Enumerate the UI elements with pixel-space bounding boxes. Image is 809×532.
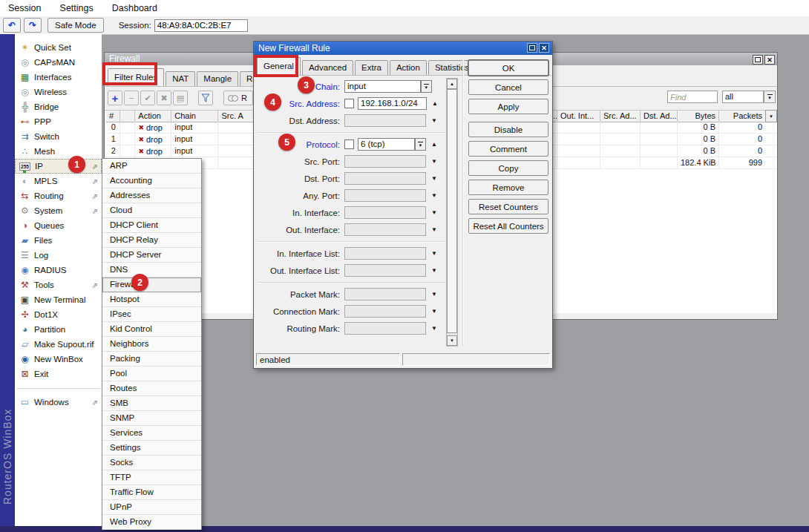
expand-arrow-icon[interactable]: ▼ [431, 250, 439, 257]
remove-rule-button[interactable]: − [124, 91, 139, 105]
dropdown-button[interactable]: ▼ [415, 138, 426, 151]
menu-session[interactable]: Session [0, 3, 49, 13]
column-header-src-address[interactable]: Src. A [218, 111, 256, 122]
disable-rule-button[interactable]: ✖ [157, 91, 171, 105]
ip-submenu-hotspot[interactable]: Hotspot [102, 292, 201, 307]
sidebar-item-capsman[interactable]: ◎ CAPsMAN ⇗ [15, 55, 102, 70]
ip-submenu-services[interactable]: Services [102, 426, 201, 441]
sidebar-item-switch[interactable]: ⇉ Switch ⇗ [15, 129, 102, 144]
redo-button[interactable]: ↷ [24, 18, 42, 33]
table-row[interactable]: 0 B 0 [548, 122, 777, 134]
sidebar-item-make-supout[interactable]: ▱ Make Supout.rif ⇗ [15, 337, 102, 352]
ip-submenu-settings[interactable]: Settings [102, 441, 201, 456]
table-row[interactable]: 182.4 KiB 999 [548, 157, 777, 169]
ip-submenu-smb[interactable]: SMB [102, 396, 201, 411]
ip-submenu-dhcp-client[interactable]: DHCP Client [102, 218, 201, 233]
sidebar-item-new-terminal[interactable]: ▣ New Terminal ⇗ [15, 292, 102, 307]
field-input[interactable] [344, 155, 426, 168]
table-row[interactable]: 2 ✖drop input [106, 145, 256, 157]
apply-button[interactable]: Apply [468, 99, 548, 114]
disable-button[interactable]: Disable [468, 122, 548, 137]
ip-submenu-dhcp-server[interactable]: DHCP Server [102, 248, 201, 263]
column-header-chain[interactable]: Chain [171, 111, 218, 122]
enable-rule-button[interactable]: ✔ [140, 91, 155, 105]
sidebar-item-partition[interactable]: ◕ Partition ⇗ [15, 322, 102, 337]
field-input[interactable] [344, 172, 426, 185]
menu-dashboard[interactable]: Dashboard [104, 3, 166, 13]
sidebar-item-routing[interactable]: ⇆ Routing ⇗ [15, 188, 102, 203]
table-row[interactable]: 0 B 0 [548, 145, 777, 157]
dialog-scrollbar[interactable]: ▲ ▼ [446, 78, 458, 347]
column-header-packets[interactable]: Packets [719, 111, 765, 122]
field-input[interactable] [344, 206, 426, 219]
ip-submenu-packing[interactable]: Packing [102, 352, 201, 367]
field-checkbox[interactable] [344, 139, 354, 149]
field-input[interactable] [344, 288, 426, 301]
comment-button[interactable]: Comment [468, 141, 548, 157]
maximize-button[interactable] [527, 43, 537, 53]
column-header-bytes[interactable]: Bytes [678, 111, 719, 122]
field-input[interactable]: 192.168.1.0/24 [358, 97, 427, 110]
field-input[interactable]: 6 (tcp) [358, 138, 415, 151]
sidebar-item-files[interactable]: ▰ Files ⇗ [15, 233, 102, 248]
ip-submenu-tftp[interactable]: TFTP [102, 470, 201, 485]
column-header-out-interface[interactable]: Out. Int... [557, 111, 600, 122]
ip-submenu-snmp[interactable]: SNMP [102, 411, 201, 426]
ip-submenu-dns[interactable]: DNS [102, 263, 201, 278]
field-input[interactable] [344, 247, 426, 260]
comment-rule-button[interactable]: ▤ [173, 91, 188, 105]
sidebar-item-mesh[interactable]: ∴ Mesh ⇗ [15, 144, 102, 159]
sidebar-item-quick-set[interactable]: ✶ Quick Set ⇗ [15, 40, 102, 55]
sidebar-item-queues[interactable]: ◑ Queues ⇗ [15, 218, 102, 233]
field-input[interactable] [344, 305, 426, 318]
ip-submenu-arp[interactable]: ARP [102, 159, 201, 174]
ok-button[interactable]: OK [468, 60, 548, 76]
sidebar-item-interfaces[interactable]: ▦ Interfaces ⇗ [15, 70, 102, 85]
add-rule-button[interactable]: + [108, 91, 122, 105]
sidebar-item-windows[interactable]: ▭ Windows ⇗ [15, 395, 102, 410]
column-chooser-button[interactable]: ▼ [765, 110, 777, 122]
sidebar-item-log[interactable]: ☰ Log ⇗ [15, 248, 102, 263]
scroll-up-button[interactable]: ▲ [447, 79, 457, 89]
dropdown-button[interactable]: ▼ [421, 80, 432, 93]
ip-submenu-ipsec[interactable]: IPsec [102, 307, 201, 322]
menu-settings[interactable]: Settings [52, 3, 102, 13]
expand-arrow-icon[interactable]: ▼ [431, 192, 439, 199]
sidebar-item-wireless[interactable]: ◎ Wireless ⇗ [15, 85, 102, 99]
reset-counters-button[interactable]: Reset Counters [468, 199, 548, 214]
remove-button[interactable]: Remove [468, 180, 548, 195]
sidebar-item-new-winbox[interactable]: ◉ New WinBox ⇗ [15, 352, 102, 367]
column-header-flags[interactable] [120, 111, 136, 122]
expand-arrow-icon[interactable]: ▼ [431, 308, 439, 315]
find-input[interactable] [667, 91, 718, 103]
expand-arrow-icon[interactable]: ▼ [431, 291, 439, 298]
sidebar-item-mpls[interactable]: ◐ MPLS ⇗ [15, 174, 102, 188]
expand-arrow-icon[interactable]: ▼ [431, 325, 439, 332]
column-header-dst-address-list[interactable]: Dst. Ad... [641, 111, 678, 122]
expand-arrow-icon[interactable]: ▼ [431, 267, 439, 274]
ip-submenu-routes[interactable]: Routes [102, 381, 201, 396]
filter-button[interactable] [198, 91, 213, 105]
expand-arrow-icon[interactable]: ▼ [431, 158, 439, 165]
ip-submenu-neighbors[interactable]: Neighbors [102, 337, 201, 352]
scrollbar-thumb[interactable] [447, 89, 457, 333]
expand-arrow-icon[interactable]: ▼ [431, 226, 439, 233]
ip-submenu-firewall[interactable]: Firewall [102, 278, 201, 292]
ip-submenu-dhcp-relay[interactable]: DHCP Relay [102, 233, 201, 248]
sidebar-item-dot1x[interactable]: ✣ Dot1X ⇗ [15, 307, 102, 322]
sidebar-item-tools[interactable]: ⚒ Tools ⇗ [15, 278, 102, 292]
tab-mangle[interactable]: Mangle [197, 71, 238, 86]
copy-button[interactable]: Copy [468, 160, 548, 176]
field-input[interactable] [344, 322, 426, 335]
ip-submenu-cloud[interactable]: Cloud [102, 203, 201, 218]
session-input[interactable] [154, 19, 248, 32]
reset-all-counters-button[interactable]: Reset All Counters [468, 218, 548, 234]
dialog-tab-advanced[interactable]: Advanced [302, 60, 353, 75]
field-input[interactable] [344, 264, 426, 277]
column-header-number[interactable]: # [106, 111, 120, 122]
dialog-tab-extra[interactable]: Extra [355, 60, 388, 75]
sidebar-item-ip[interactable]: 255 IP ⇗ [15, 159, 102, 174]
ip-submenu-traffic-flow[interactable]: Traffic Flow [102, 485, 201, 500]
ip-submenu-socks[interactable]: Socks [102, 456, 201, 470]
column-header-src-address-list[interactable]: Src. Ad... [600, 111, 641, 122]
